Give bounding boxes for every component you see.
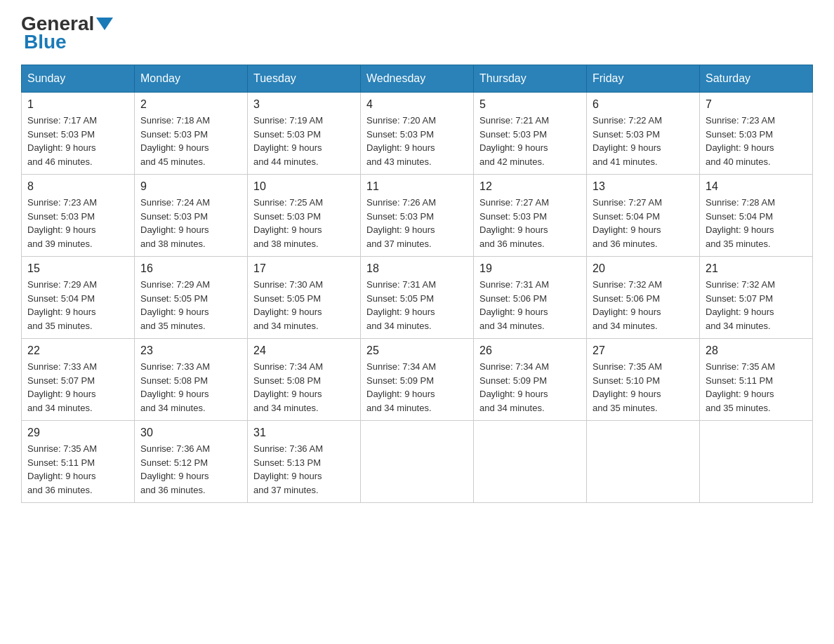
calendar-week-row: 8Sunrise: 7:23 AMSunset: 5:03 PMDaylight…: [22, 175, 813, 257]
day-number: 29: [27, 427, 128, 439]
calendar-cell: 30Sunrise: 7:36 AMSunset: 5:12 PMDayligh…: [135, 421, 248, 503]
day-number: 3: [253, 98, 355, 111]
day-number: 14: [706, 180, 807, 193]
day-info: Sunrise: 7:35 AMSunset: 5:11 PMDaylight:…: [27, 443, 97, 495]
calendar-cell: 23Sunrise: 7:33 AMSunset: 5:08 PMDayligh…: [135, 339, 248, 421]
calendar-cell: 24Sunrise: 7:34 AMSunset: 5:08 PMDayligh…: [248, 339, 361, 421]
day-number: 16: [140, 262, 241, 275]
day-info: Sunrise: 7:36 AMSunset: 5:12 PMDaylight:…: [140, 443, 210, 495]
day-number: 25: [366, 344, 468, 357]
day-info: Sunrise: 7:23 AMSunset: 5:03 PMDaylight:…: [706, 115, 775, 167]
day-number: 4: [366, 98, 468, 111]
day-info: Sunrise: 7:23 AMSunset: 5:03 PMDaylight:…: [27, 197, 97, 249]
calendar-cell: 15Sunrise: 7:29 AMSunset: 5:04 PMDayligh…: [22, 257, 135, 339]
day-number: 22: [27, 344, 128, 357]
calendar-cell: 4Sunrise: 7:20 AMSunset: 5:03 PMDaylight…: [361, 93, 474, 175]
calendar-cell: 6Sunrise: 7:22 AMSunset: 5:03 PMDaylight…: [587, 93, 700, 175]
day-info: Sunrise: 7:32 AMSunset: 5:06 PMDaylight:…: [593, 279, 662, 331]
day-info: Sunrise: 7:36 AMSunset: 5:13 PMDaylight:…: [253, 443, 323, 495]
day-info: Sunrise: 7:32 AMSunset: 5:07 PMDaylight:…: [706, 279, 775, 331]
day-info: Sunrise: 7:24 AMSunset: 5:03 PMDaylight:…: [140, 197, 210, 249]
calendar-cell: 17Sunrise: 7:30 AMSunset: 5:05 PMDayligh…: [248, 257, 361, 339]
calendar-cell: 29Sunrise: 7:35 AMSunset: 5:11 PMDayligh…: [22, 421, 135, 503]
calendar-header-row: SundayMondayTuesdayWednesdayThursdayFrid…: [22, 65, 813, 93]
calendar-cell: 22Sunrise: 7:33 AMSunset: 5:07 PMDayligh…: [22, 339, 135, 421]
day-info: Sunrise: 7:33 AMSunset: 5:07 PMDaylight:…: [27, 361, 97, 413]
day-info: Sunrise: 7:22 AMSunset: 5:03 PMDaylight:…: [593, 115, 662, 167]
calendar-cell: 7Sunrise: 7:23 AMSunset: 5:03 PMDaylight…: [700, 93, 813, 175]
day-info: Sunrise: 7:19 AMSunset: 5:03 PMDaylight:…: [253, 115, 323, 167]
day-info: Sunrise: 7:28 AMSunset: 5:04 PMDaylight:…: [706, 197, 775, 249]
calendar-table: SundayMondayTuesdayWednesdayThursdayFrid…: [21, 65, 813, 503]
calendar-cell: 5Sunrise: 7:21 AMSunset: 5:03 PMDaylight…: [474, 93, 587, 175]
day-number: 17: [253, 262, 355, 275]
day-info: Sunrise: 7:27 AMSunset: 5:03 PMDaylight:…: [479, 197, 549, 249]
day-info: Sunrise: 7:33 AMSunset: 5:08 PMDaylight:…: [140, 361, 210, 413]
day-number: 31: [253, 427, 355, 439]
calendar-cell: [587, 421, 700, 503]
calendar-cell: 12Sunrise: 7:27 AMSunset: 5:03 PMDayligh…: [474, 175, 587, 257]
calendar-cell: 20Sunrise: 7:32 AMSunset: 5:06 PMDayligh…: [587, 257, 700, 339]
calendar-week-row: 29Sunrise: 7:35 AMSunset: 5:11 PMDayligh…: [22, 421, 813, 503]
day-number: 10: [253, 180, 355, 193]
calendar-cell: 3Sunrise: 7:19 AMSunset: 5:03 PMDaylight…: [248, 93, 361, 175]
day-number: 8: [27, 180, 128, 193]
day-number: 30: [140, 427, 241, 439]
day-number: 23: [140, 344, 241, 357]
day-number: 6: [593, 98, 694, 111]
header-tuesday: Tuesday: [248, 65, 361, 93]
calendar-cell: 2Sunrise: 7:18 AMSunset: 5:03 PMDaylight…: [135, 93, 248, 175]
calendar-cell: 13Sunrise: 7:27 AMSunset: 5:04 PMDayligh…: [587, 175, 700, 257]
day-number: 20: [593, 262, 694, 275]
day-number: 18: [366, 262, 468, 275]
calendar-week-row: 1Sunrise: 7:17 AMSunset: 5:03 PMDaylight…: [22, 93, 813, 175]
day-number: 5: [479, 98, 581, 111]
day-info: Sunrise: 7:34 AMSunset: 5:09 PMDaylight:…: [479, 361, 549, 413]
calendar-cell: 19Sunrise: 7:31 AMSunset: 5:06 PMDayligh…: [474, 257, 587, 339]
day-number: 9: [140, 180, 241, 193]
calendar-cell: 25Sunrise: 7:34 AMSunset: 5:09 PMDayligh…: [361, 339, 474, 421]
header-saturday: Saturday: [700, 65, 813, 93]
calendar-cell: 31Sunrise: 7:36 AMSunset: 5:13 PMDayligh…: [248, 421, 361, 503]
calendar-cell: 26Sunrise: 7:34 AMSunset: 5:09 PMDayligh…: [474, 339, 587, 421]
day-number: 1: [27, 98, 128, 111]
calendar-cell: [474, 421, 587, 503]
day-info: Sunrise: 7:17 AMSunset: 5:03 PMDaylight:…: [27, 115, 97, 167]
calendar-cell: 27Sunrise: 7:35 AMSunset: 5:10 PMDayligh…: [587, 339, 700, 421]
day-number: 21: [706, 262, 807, 275]
day-number: 2: [140, 98, 241, 111]
day-info: Sunrise: 7:20 AMSunset: 5:03 PMDaylight:…: [366, 115, 436, 167]
header-thursday: Thursday: [474, 65, 587, 93]
day-info: Sunrise: 7:34 AMSunset: 5:08 PMDaylight:…: [253, 361, 323, 413]
day-info: Sunrise: 7:29 AMSunset: 5:05 PMDaylight:…: [140, 279, 210, 331]
calendar-cell: 28Sunrise: 7:35 AMSunset: 5:11 PMDayligh…: [700, 339, 813, 421]
logo-blue-text: Blue: [21, 32, 113, 52]
page-header: General Blue: [21, 14, 813, 52]
header-monday: Monday: [135, 65, 248, 93]
day-number: 19: [479, 262, 581, 275]
calendar-cell: 21Sunrise: 7:32 AMSunset: 5:07 PMDayligh…: [700, 257, 813, 339]
day-number: 24: [253, 344, 355, 357]
header-sunday: Sunday: [22, 65, 135, 93]
day-number: 7: [706, 98, 807, 111]
calendar-cell: 10Sunrise: 7:25 AMSunset: 5:03 PMDayligh…: [248, 175, 361, 257]
day-info: Sunrise: 7:35 AMSunset: 5:10 PMDaylight:…: [593, 361, 662, 413]
day-info: Sunrise: 7:35 AMSunset: 5:11 PMDaylight:…: [706, 361, 775, 413]
calendar-cell: 14Sunrise: 7:28 AMSunset: 5:04 PMDayligh…: [700, 175, 813, 257]
day-info: Sunrise: 7:26 AMSunset: 5:03 PMDaylight:…: [366, 197, 436, 249]
day-info: Sunrise: 7:31 AMSunset: 5:06 PMDaylight:…: [479, 279, 549, 331]
day-info: Sunrise: 7:27 AMSunset: 5:04 PMDaylight:…: [593, 197, 662, 249]
calendar-cell: 16Sunrise: 7:29 AMSunset: 5:05 PMDayligh…: [135, 257, 248, 339]
day-number: 12: [479, 180, 581, 193]
day-info: Sunrise: 7:30 AMSunset: 5:05 PMDaylight:…: [253, 279, 323, 331]
calendar-cell: 1Sunrise: 7:17 AMSunset: 5:03 PMDaylight…: [22, 93, 135, 175]
calendar-cell: 11Sunrise: 7:26 AMSunset: 5:03 PMDayligh…: [361, 175, 474, 257]
day-number: 28: [706, 344, 807, 357]
day-info: Sunrise: 7:34 AMSunset: 5:09 PMDaylight:…: [366, 361, 436, 413]
day-info: Sunrise: 7:18 AMSunset: 5:03 PMDaylight:…: [140, 115, 210, 167]
day-number: 26: [479, 344, 581, 357]
day-info: Sunrise: 7:25 AMSunset: 5:03 PMDaylight:…: [253, 197, 323, 249]
logo-triangle-icon: [96, 18, 113, 30]
day-number: 27: [593, 344, 694, 357]
calendar-week-row: 15Sunrise: 7:29 AMSunset: 5:04 PMDayligh…: [22, 257, 813, 339]
